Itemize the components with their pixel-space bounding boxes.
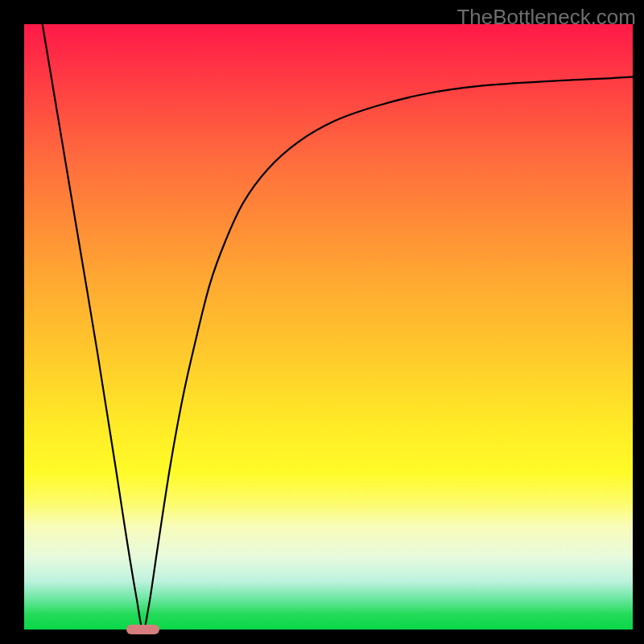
chart-frame: TheBottleneck.com (0, 0, 644, 644)
plot-area (24, 24, 633, 630)
optimal-marker (126, 625, 160, 634)
watermark-text: TheBottleneck.com (456, 5, 636, 30)
